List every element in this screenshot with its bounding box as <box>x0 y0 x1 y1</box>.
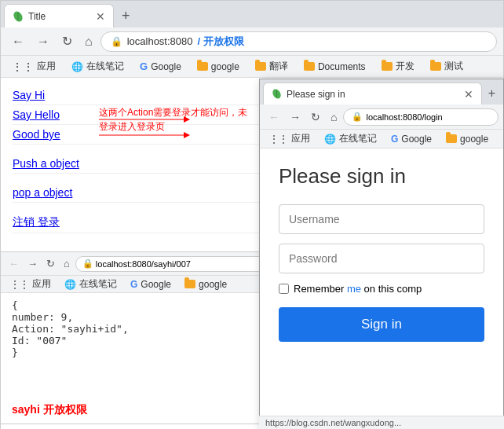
bookmark-test-label: 测试 <box>444 60 463 73</box>
username-input[interactable] <box>279 204 484 234</box>
mini-refresh-button[interactable]: ↻ <box>43 256 58 271</box>
login-bookmark-apps[interactable]: ⋮⋮ 应用 <box>265 130 315 147</box>
bookmark-dev-label: 开发 <box>396 60 415 73</box>
bookmark-translate[interactable]: 翻译 <box>250 58 293 75</box>
annotation-text: 这两个Action需要登录才能访问，未 登录进入登录页 <box>99 105 247 134</box>
bookmark-google2[interactable]: google <box>192 60 244 74</box>
mini-bookmark-google-label: Google <box>141 279 171 290</box>
folder-icon-translate <box>255 62 266 71</box>
mini-folder-icon <box>184 280 195 288</box>
mini-bookmark-apps-label: 应用 <box>32 277 51 291</box>
remember-prefix: Remember <box>294 283 347 295</box>
login-lock-icon: 🔒 <box>352 112 363 122</box>
login-url: localhost:8080/login <box>366 112 442 122</box>
folder-icon-docs <box>304 62 315 71</box>
login-globe-icon: 🌐 <box>324 134 336 145</box>
main-url-suffix: / 开放权限 <box>198 35 244 49</box>
login-bookmark-google-label: Google <box>401 134 432 145</box>
mini-page-content: { number: 9, Action: "sayhi+id", Id: "00… <box>1 293 278 365</box>
login-tab-title: Please sign in <box>287 89 345 100</box>
mini-lock-icon: 🔒 <box>82 258 93 269</box>
login-refresh-button[interactable]: ↻ <box>307 108 324 126</box>
remember-me-text: Remember me on this comp <box>294 283 422 295</box>
mini-content-number: number: 9, <box>12 311 267 323</box>
login-tab[interactable]: Please sign in ✕ <box>263 82 482 104</box>
login-forward-button[interactable]: → <box>286 108 305 126</box>
mini-forward-button[interactable]: → <box>24 256 41 271</box>
login-folder-icon <box>446 134 457 143</box>
globe-icon: 🌐 <box>71 61 83 72</box>
folder-icon-dev <box>382 62 393 71</box>
bookmark-dev[interactable]: 开发 <box>377 58 419 75</box>
login-bookmark-apps-label: 应用 <box>291 132 310 145</box>
login-home-button[interactable]: ⌂ <box>327 108 341 126</box>
login-google-icon: G <box>391 134 398 145</box>
mini-content-action: Action: "sayhi+id", <box>12 323 267 335</box>
remember-suffix: on this comp <box>361 283 422 295</box>
main-refresh-button[interactable]: ↻ <box>57 31 77 52</box>
login-status-bar: https://blog.csdn.net/wangxudong... <box>259 416 504 429</box>
mini-apps-icon: ⋮⋮ <box>10 279 29 290</box>
mini-content-line1: { <box>12 299 267 311</box>
login-bookmark-google2[interactable]: google <box>441 132 493 146</box>
google-icon: G <box>140 60 148 72</box>
mini-address-bar[interactable]: 🔒 localhost:8080/sayhi/007 <box>75 256 273 272</box>
bookmark-translate-label: 翻译 <box>269 60 288 73</box>
bookmark-google2-label: google <box>211 61 239 72</box>
bookmark-notes-label: 在线笔记 <box>86 60 124 73</box>
bookmark-docs[interactable]: Documents <box>299 60 371 74</box>
apps-icon: ⋮⋮ <box>12 60 34 73</box>
main-home-button[interactable]: ⌂ <box>80 31 97 52</box>
login-tab-favicon <box>272 89 282 99</box>
bookmark-notes[interactable]: 🌐 在线笔记 <box>67 58 129 75</box>
login-back-button[interactable]: ← <box>265 108 283 126</box>
folder-icon-test <box>430 62 441 71</box>
bookmark-apps[interactable]: ⋮⋮ 应用 <box>7 58 60 75</box>
main-forward-button[interactable]: → <box>32 31 54 52</box>
login-bookmark-google2-label: google <box>460 134 488 145</box>
mini-bookmark-notes-label: 在线笔记 <box>79 277 117 291</box>
bookmark-apps-label: 应用 <box>37 60 56 73</box>
mini-nav-bar: ← → ↻ ⌂ 🔒 localhost:8080/sayhi/007 <box>1 252 278 276</box>
mini-bookmark-google2-label: google <box>199 279 227 290</box>
bookmark-test[interactable]: 测试 <box>425 58 468 75</box>
login-browser-window: Please sign in ✕ + ← → ↻ ⌂ 🔒 localhost:8… <box>259 79 504 429</box>
lock-icon: 🔒 <box>111 36 122 47</box>
login-tab-close[interactable]: ✕ <box>464 88 473 101</box>
login-nav-bar: ← → ↻ ⌂ 🔒 localhost:8080/login <box>260 104 503 130</box>
main-new-tab-button[interactable]: + <box>115 6 137 26</box>
mini-bottom-label: sayhi 开放权限 <box>12 403 87 417</box>
bookmark-google[interactable]: G Google <box>135 59 186 74</box>
mini-bookmark-notes[interactable]: 🌐 在线笔记 <box>60 276 122 292</box>
main-tab-favicon <box>13 11 24 22</box>
main-back-button[interactable]: ← <box>7 31 29 52</box>
bookmark-docs-label: Documents <box>318 61 366 72</box>
sign-in-button[interactable]: Sign in <box>279 307 484 342</box>
main-url: localhost:8080 <box>127 35 193 47</box>
mini-content-close: } <box>12 346 267 358</box>
mini-back-button[interactable]: ← <box>5 256 22 271</box>
main-tab[interactable]: Title ✕ <box>4 4 114 28</box>
main-tab-close[interactable]: ✕ <box>96 10 105 23</box>
mini-bookmark-google2[interactable]: google <box>180 277 232 292</box>
remember-me-checkbox[interactable] <box>279 284 289 294</box>
remember-me-row: Remember me on this comp <box>279 283 484 295</box>
login-bookmarks-bar: ⋮⋮ 应用 🌐 在线笔记 G Google google <box>260 130 503 148</box>
mini-bookmark-apps[interactable]: ⋮⋮ 应用 <box>5 276 56 292</box>
main-tab-title: Title <box>28 11 46 22</box>
mini-bookmark-google[interactable]: G Google <box>126 277 176 292</box>
mini-home-button[interactable]: ⌂ <box>60 256 73 271</box>
mini-google-icon: G <box>130 279 137 290</box>
login-tab-bar: Please sign in ✕ + <box>260 79 503 104</box>
login-bookmark-notes[interactable]: 🌐 在线笔记 <box>320 130 382 147</box>
login-apps-icon: ⋮⋮ <box>269 134 288 145</box>
folder-icon-google2 <box>197 62 208 71</box>
login-address-bar[interactable]: 🔒 localhost:8080/login <box>343 108 499 126</box>
login-new-tab-button[interactable]: + <box>484 85 500 102</box>
login-bookmark-notes-label: 在线笔记 <box>339 132 377 145</box>
login-page-title: Please sign in <box>279 164 484 189</box>
login-bookmark-google[interactable]: G Google <box>386 132 436 146</box>
main-address-bar[interactable]: 🔒 localhost:8080 / 开放权限 <box>100 31 497 52</box>
status-url: https://blog.csdn.net/wangxudong... <box>265 418 401 427</box>
password-input[interactable] <box>279 244 484 273</box>
